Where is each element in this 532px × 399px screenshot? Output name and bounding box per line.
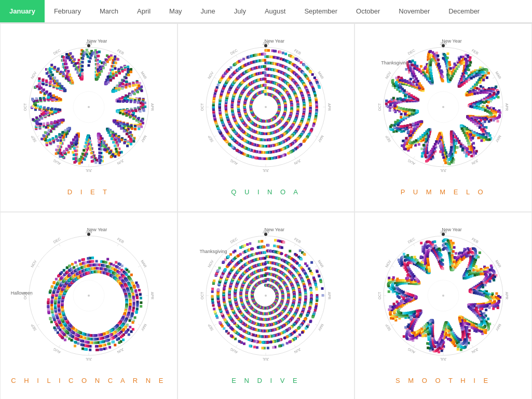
- annotation-new-year: New Year: [264, 227, 284, 232]
- annotation-new-year: New Year: [87, 38, 107, 44]
- chart-cell-diet: New YearD I E T: [0, 23, 178, 212]
- tab-may[interactable]: May: [160, 0, 192, 22]
- chart-title-endive: E N D I V E: [231, 377, 300, 384]
- annotation-new-year: New Year: [442, 227, 462, 232]
- chart-quinoa: New Year: [193, 34, 338, 180]
- annotation-thanksgiving: Thanksgiving: [381, 60, 408, 65]
- chart-cell-endive: New YearThanksgivingE N D I V E: [178, 212, 355, 399]
- canvas-smoothie: [371, 223, 516, 368]
- chart-smoothie: New Year: [371, 223, 516, 368]
- chart-cell-chili-con-carne: New YearHalloweenC H I L I C O N C A R N…: [0, 212, 178, 399]
- chart-diet: New Year: [16, 34, 161, 180]
- tab-april[interactable]: April: [128, 0, 160, 22]
- chart-title-quinoa: Q U I N O A: [231, 188, 301, 196]
- tab-august[interactable]: August: [255, 0, 295, 22]
- chart-pummelo: New YearThanksgiving: [371, 34, 516, 180]
- chart-cell-quinoa: New YearQ U I N O A: [178, 23, 355, 212]
- annotation-thanksgiving: Thanksgiving: [199, 249, 227, 254]
- chart-cell-pummelo: New YearThanksgivingP U M M E L O: [354, 23, 532, 212]
- tab-march[interactable]: March: [90, 0, 128, 22]
- chart-title-pummelo: P U M M E L O: [401, 188, 486, 196]
- canvas-quinoa: [193, 34, 338, 180]
- canvas-endive: [193, 223, 338, 368]
- canvas-diet: [16, 34, 161, 180]
- chart-grid: New YearD I E TNew YearQ U I N O ANew Ye…: [0, 23, 532, 399]
- chart-title-smoothie: S M O O T H I E: [395, 377, 491, 384]
- chart-title-diet: D I E T: [67, 188, 110, 196]
- tab-january[interactable]: January: [0, 0, 45, 22]
- annotation-new-year: New Year: [87, 227, 107, 232]
- canvas-pummelo: [371, 34, 516, 180]
- tab-july[interactable]: July: [225, 0, 255, 22]
- chart-endive: New YearThanksgiving: [193, 223, 338, 368]
- tab-bar: JanuaryFebruaryMarchAprilMayJuneJulyAugu…: [0, 0, 532, 23]
- tab-october[interactable]: October: [347, 0, 389, 22]
- tab-november[interactable]: November: [389, 0, 439, 22]
- chart-cell-smoothie: New YearS M O O T H I E: [354, 212, 532, 399]
- chart-chili-con-carne: New YearHalloween: [16, 223, 161, 368]
- annotation-halloween: Halloween: [11, 290, 33, 296]
- tab-december[interactable]: December: [439, 0, 489, 22]
- tab-september[interactable]: September: [295, 0, 347, 22]
- annotation-new-year: New Year: [264, 38, 284, 44]
- tab-june[interactable]: June: [192, 0, 225, 22]
- canvas-chili-con-carne: [16, 223, 161, 368]
- annotation-new-year: New Year: [442, 38, 462, 44]
- tab-february[interactable]: February: [45, 0, 90, 22]
- chart-title-chili-con-carne: C H I L I C O N C A R N E: [11, 377, 166, 384]
